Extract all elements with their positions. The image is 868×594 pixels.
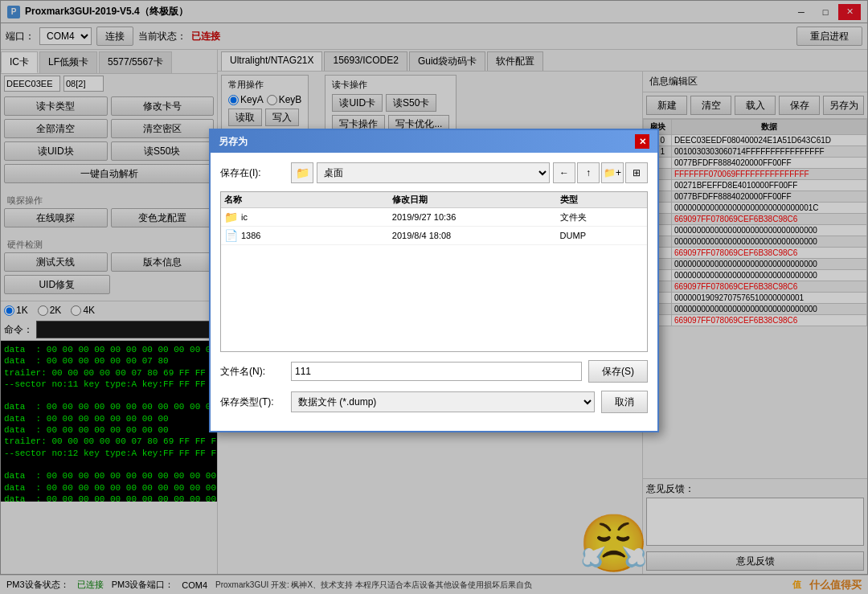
save-in-row: 保存在(I): 📁 桌面 ← ↑ 📁+ ⊞ [220, 162, 648, 183]
save-in-label: 保存在(I): [220, 166, 285, 180]
folder-icon-button[interactable]: 📁 [291, 162, 313, 183]
file-name-input[interactable] [291, 362, 582, 381]
dialog-save-button[interactable]: 保存(S) [588, 360, 648, 383]
dialog-content: 保存在(I): 📁 桌面 ← ↑ 📁+ ⊞ 名称 [211, 153, 657, 431]
col-type-header: 类型 [560, 194, 644, 206]
file-type-select[interactable]: 数据文件 (*.dump) [291, 391, 595, 412]
file-item-ic[interactable]: 📁 ic 2019/9/27 10:36 文件夹 [221, 208, 647, 227]
dialog-title-text: 另存为 [219, 135, 248, 149]
file-name-row: 文件名(N): 保存(S) [220, 360, 648, 383]
dialog-overlay: 另存为 ✕ 保存在(I): 📁 桌面 ← ↑ 📁+ ⊞ [0, 0, 868, 594]
save-in-controls: 📁 桌面 ← ↑ 📁+ ⊞ [291, 162, 648, 183]
file-item-1386[interactable]: 📄 1386 2019/8/4 18:08 DUMP [221, 227, 647, 245]
file-type-row: 保存类型(T): 数据文件 (*.dump) 取消 [220, 391, 648, 413]
file-type-label: 保存类型(T): [220, 395, 285, 409]
nav-view-button[interactable]: ⊞ [625, 162, 648, 183]
dialog-close-button[interactable]: ✕ [635, 134, 649, 149]
nav-back-button[interactable]: ← [553, 162, 575, 183]
folder-icon-ic: 📁 [224, 211, 238, 223]
nav-icons: ← ↑ 📁+ ⊞ [553, 162, 648, 183]
save-in-select[interactable]: 桌面 [317, 162, 550, 183]
file-list-header: 名称 修改日期 类型 [221, 192, 647, 208]
nav-up-button[interactable]: ↑ [577, 162, 600, 183]
nav-new-folder-button[interactable]: 📁+ [601, 162, 624, 183]
file-icon-1386: 📄 [224, 229, 238, 242]
file-list-container[interactable]: 名称 修改日期 类型 📁 ic 2019/9/27 10:36 文件夹 📄 13… [220, 191, 648, 352]
save-as-dialog: 另存为 ✕ 保存在(I): 📁 桌面 ← ↑ 📁+ ⊞ [209, 129, 659, 432]
file-name-label: 文件名(N): [220, 365, 285, 379]
dialog-title-bar: 另存为 ✕ [211, 130, 657, 153]
dialog-cancel-button[interactable]: 取消 [601, 391, 648, 413]
col-date-header: 修改日期 [392, 194, 560, 206]
col-name-header: 名称 [224, 194, 392, 206]
